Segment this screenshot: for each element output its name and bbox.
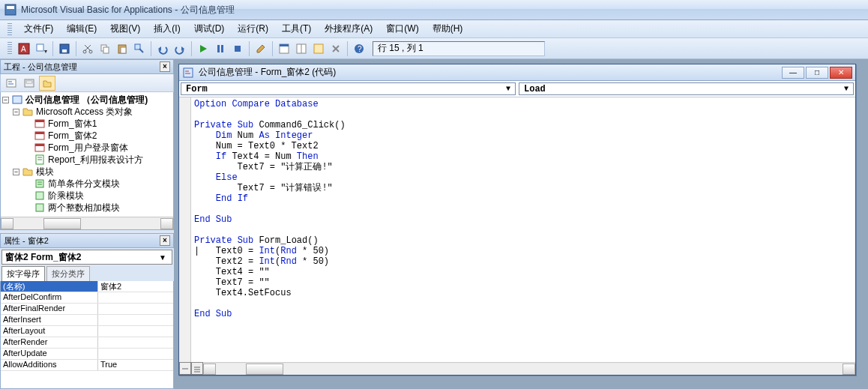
menu-view[interactable]: 视图(V) xyxy=(104,20,146,37)
property-row[interactable]: AfterInsert xyxy=(1,315,173,326)
scroll-left-icon[interactable] xyxy=(1,218,13,229)
property-name: AfterDelConfirm xyxy=(1,292,98,303)
svg-rect-43 xyxy=(35,132,44,134)
tab-alphabetic[interactable]: 按字母序 xyxy=(1,266,45,281)
maximize-button[interactable]: □ xyxy=(806,67,828,79)
property-value[interactable]: 窗体2 xyxy=(98,281,173,292)
menu-run[interactable]: 运行(R) xyxy=(232,20,274,37)
tree-item-report[interactable]: Report_利用报表设计方 xyxy=(48,154,143,166)
scroll-track[interactable] xyxy=(216,364,843,375)
properties-close-icon[interactable]: × xyxy=(160,235,170,246)
tree-item-form2[interactable]: Form_窗体2 xyxy=(48,130,97,142)
property-row[interactable]: AllowAdditionsTrue xyxy=(1,360,173,371)
menu-window[interactable]: 窗口(W) xyxy=(380,20,424,37)
paste-icon[interactable] xyxy=(114,40,130,57)
svg-rect-49 xyxy=(36,180,43,187)
properties-panel: 属性 - 窗体2 × 窗体2 Form_窗体2 ▼ 按字母序 按分类序 (名称)… xyxy=(0,233,174,389)
tree-item-mod3[interactable]: 两个整数相加模块 xyxy=(48,202,120,214)
close-button[interactable]: ✕ xyxy=(830,67,852,79)
folder-access-objects[interactable]: Microsoft Access 类对象 xyxy=(36,106,133,118)
tree-item-form-login[interactable]: Form_用户登录窗体 xyxy=(48,142,128,154)
menu-edit[interactable]: 编辑(E) xyxy=(61,20,103,37)
object-combo[interactable]: Form ▼ xyxy=(181,82,516,95)
help-icon[interactable]: ? xyxy=(351,40,367,57)
find-icon[interactable] xyxy=(131,40,148,57)
property-value[interactable]: True xyxy=(98,360,173,370)
menu-insert[interactable]: 插入(I) xyxy=(148,20,186,37)
minimize-button[interactable]: — xyxy=(782,67,804,79)
code-h-scrollbar[interactable] xyxy=(203,362,855,375)
titlebar: Microsoft Visual Basic for Applications … xyxy=(0,0,868,20)
properties-tabs: 按字母序 按分类序 xyxy=(0,266,174,281)
save-icon[interactable] xyxy=(56,40,73,57)
menu-tools[interactable]: 工具(T) xyxy=(276,20,317,37)
procedure-view-icon[interactable] xyxy=(179,362,191,375)
property-value[interactable] xyxy=(98,315,173,325)
view-object-icon[interactable] xyxy=(21,76,37,91)
project-explorer-icon[interactable] xyxy=(276,40,292,57)
scroll-left-icon[interactable] xyxy=(203,364,216,375)
full-module-view-icon[interactable] xyxy=(191,362,203,375)
property-row[interactable]: AfterDelConfirm xyxy=(1,292,173,304)
tree-item-form1[interactable]: Form_窗体1 xyxy=(48,118,97,130)
chevron-down-icon: ▼ xyxy=(157,253,169,262)
view-code-icon[interactable] xyxy=(3,76,19,91)
copy-icon[interactable] xyxy=(97,40,113,57)
view-access-icon[interactable]: A xyxy=(16,40,32,57)
object-browser-icon[interactable] xyxy=(310,40,327,57)
run-icon[interactable] xyxy=(195,40,211,57)
menu-debug[interactable]: 调试(D) xyxy=(188,20,231,37)
folder-modules[interactable]: 模块 xyxy=(36,166,54,178)
undo-icon[interactable] xyxy=(154,40,171,57)
scroll-right-icon[interactable] xyxy=(843,364,855,375)
project-root[interactable]: 公司信息管理 （公司信息管理) xyxy=(25,94,148,106)
tree-item-mod2[interactable]: 阶乘模块 xyxy=(48,190,84,202)
folder-icon xyxy=(22,106,34,117)
design-icon[interactable] xyxy=(253,40,269,57)
property-row[interactable]: AfterRender xyxy=(1,337,173,349)
property-value[interactable] xyxy=(98,292,173,303)
property-value[interactable] xyxy=(98,304,173,314)
properties-grid[interactable]: (名称)窗体2AfterDelConfirmAfterFinalRenderAf… xyxy=(0,281,174,389)
toggle-folders-icon[interactable] xyxy=(39,76,55,91)
property-row[interactable]: AfterUpdate xyxy=(1,349,173,360)
scroll-track[interactable] xyxy=(13,218,160,229)
menu-help[interactable]: 帮助(H) xyxy=(427,20,469,37)
property-value[interactable] xyxy=(98,326,173,337)
procedure-combo[interactable]: Load ▼ xyxy=(519,82,854,95)
scroll-right-icon[interactable] xyxy=(160,218,173,229)
properties-object-combo[interactable]: 窗体2 Form_窗体2 ▼ xyxy=(1,250,172,265)
project-tree[interactable]: − 公司信息管理 （公司信息管理) − Microsoft Access 类对象… xyxy=(0,92,174,230)
code-window-icon xyxy=(182,67,194,79)
project-toolbar xyxy=(0,74,174,92)
collapse-icon[interactable]: − xyxy=(13,169,19,175)
properties-icon[interactable] xyxy=(293,40,310,57)
tab-categorized[interactable]: 按分类序 xyxy=(46,266,90,281)
collapse-icon[interactable]: − xyxy=(13,109,19,115)
cut-icon[interactable] xyxy=(79,40,96,57)
property-name: AfterFinalRender xyxy=(1,304,98,314)
property-name: AllowAdditions xyxy=(1,360,98,370)
redo-icon[interactable] xyxy=(172,40,188,57)
collapse-icon[interactable]: − xyxy=(2,97,9,103)
code-editor[interactable]: Option Compare Database Private Sub Comm… xyxy=(191,97,855,362)
property-value[interactable] xyxy=(98,349,173,359)
insert-dropdown-icon[interactable] xyxy=(33,40,49,57)
break-icon[interactable] xyxy=(212,40,229,57)
project-explorer-close-icon[interactable]: × xyxy=(160,61,170,72)
reset-icon[interactable] xyxy=(229,40,246,57)
chevron-down-icon: ▼ xyxy=(844,85,849,93)
code-margin xyxy=(179,97,191,362)
menu-file[interactable]: 文件(F) xyxy=(18,20,59,37)
property-row[interactable]: (名称)窗体2 xyxy=(1,281,173,292)
property-row[interactable]: AfterLayout xyxy=(1,326,173,337)
tree-item-mod1[interactable]: 简单条件分支模块 xyxy=(48,178,120,190)
property-value[interactable] xyxy=(98,337,173,348)
svg-text:?: ? xyxy=(358,45,362,53)
scroll-thumb[interactable] xyxy=(43,218,81,229)
scroll-thumb[interactable] xyxy=(246,364,283,375)
toolbox-icon[interactable] xyxy=(328,40,344,57)
property-row[interactable]: AfterFinalRender xyxy=(1,304,173,315)
project-h-scrollbar[interactable] xyxy=(1,217,173,229)
menu-addins[interactable]: 外接程序(A) xyxy=(319,20,379,37)
